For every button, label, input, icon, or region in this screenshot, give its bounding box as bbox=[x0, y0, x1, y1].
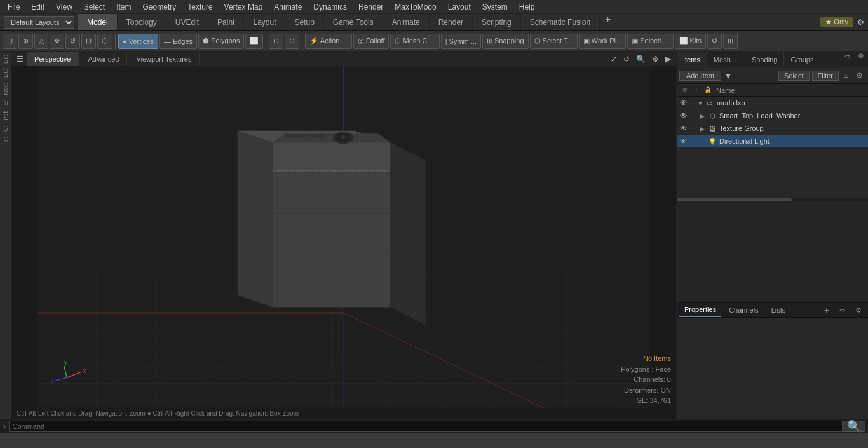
grid2-button[interactable]: ⊞ bbox=[723, 34, 738, 49]
items-dropdown-icon[interactable]: ▼ bbox=[724, 71, 733, 81]
tab-lists[interactable]: Lists bbox=[766, 303, 791, 317]
menu-maxtomodo[interactable]: MaxToModo bbox=[390, 1, 441, 13]
properties-expand-icon[interactable]: ⇔ bbox=[836, 306, 849, 315]
3d-viewport[interactable]: ☰ Perspective Advanced Viewport Textures… bbox=[11, 52, 676, 419]
viewport-settings-icon[interactable]: ⚙ bbox=[649, 55, 661, 64]
action-button[interactable]: ⚡ Action ... bbox=[305, 34, 351, 49]
tab-mesh[interactable]: Mesh ... bbox=[707, 52, 745, 67]
select-mode-button[interactable]: ⬜ bbox=[245, 34, 263, 49]
viewport-search-icon[interactable]: 🔍 bbox=[634, 55, 648, 64]
rotate2-button[interactable]: ↺ bbox=[707, 34, 722, 49]
tab-schematic[interactable]: Schematic Fusion bbox=[521, 14, 600, 30]
lp-label-mes[interactable]: Mes: bbox=[3, 80, 9, 98]
items-settings2-icon[interactable]: ⚙ bbox=[853, 71, 865, 80]
col-lock-icon[interactable]: 🔒 bbox=[702, 85, 714, 96]
item-eye-light[interactable]: 👁 bbox=[678, 137, 689, 146]
menu-view[interactable]: View bbox=[51, 1, 78, 13]
layout-grid-button[interactable]: ⊞ bbox=[3, 34, 17, 49]
menu-dynamics[interactable]: Dynamics bbox=[308, 1, 352, 13]
tab-gametools[interactable]: Game Tools bbox=[324, 14, 383, 30]
tab-viewport-textures[interactable]: Viewport Textures bbox=[128, 52, 200, 66]
item-expand-icon[interactable]: ▼ bbox=[697, 100, 705, 107]
items-more-icon[interactable]: ≡ bbox=[841, 71, 851, 80]
tab-advanced[interactable]: Advanced bbox=[80, 52, 127, 66]
col-plus-icon[interactable]: + bbox=[691, 85, 702, 96]
lp-label-de[interactable]: De: bbox=[3, 52, 9, 66]
viewport-expand-icon[interactable]: ▶ bbox=[663, 55, 674, 64]
tab-animate[interactable]: Animate bbox=[383, 14, 430, 30]
star-badge[interactable]: ★ Only bbox=[820, 17, 853, 27]
menu-item[interactable]: Item bbox=[111, 1, 136, 13]
tab-shading[interactable]: Shading bbox=[745, 52, 784, 67]
menu-edit[interactable]: Edit bbox=[26, 1, 50, 13]
tab-items[interactable]: Items bbox=[677, 52, 707, 67]
menu-vertexmap[interactable]: Vertex Map bbox=[219, 1, 268, 13]
tab-paint[interactable]: Paint bbox=[208, 14, 244, 30]
item-row-light[interactable]: 👁 💡 Directional Light bbox=[677, 135, 868, 147]
tab-channels[interactable]: Channels bbox=[724, 303, 763, 317]
lp-label-e[interactable]: E: bbox=[3, 98, 9, 109]
lp-label-pol[interactable]: Pol: bbox=[3, 108, 9, 123]
symm-button[interactable]: | Symm ... bbox=[441, 34, 481, 49]
tab-scripting[interactable]: Scripting bbox=[473, 14, 521, 30]
layout-dropdown[interactable]: Default Layouts bbox=[4, 16, 74, 29]
mesh-button[interactable]: ⬡ Mesh C ... bbox=[390, 34, 439, 49]
triangle-button[interactable]: △ bbox=[34, 34, 48, 49]
snapping-button[interactable]: ⊞ Snapping bbox=[482, 34, 529, 49]
item-row-washer[interactable]: 👁 ▶ ⬡ Smart_Top_Load_Washer bbox=[677, 109, 868, 122]
menu-select[interactable]: Select bbox=[79, 1, 110, 13]
view1-button[interactable]: ⊙ bbox=[269, 34, 283, 49]
view2-button[interactable]: ⊙ bbox=[285, 34, 299, 49]
tab-model[interactable]: Model bbox=[78, 14, 118, 30]
layout-add-button[interactable]: + bbox=[600, 14, 616, 30]
lp-label-c[interactable]: C: bbox=[3, 123, 9, 134]
tab-render[interactable]: Render bbox=[430, 14, 473, 30]
command-input[interactable] bbox=[9, 421, 843, 432]
menu-animate[interactable]: Animate bbox=[269, 1, 307, 13]
menu-geometry[interactable]: Geometry bbox=[138, 1, 182, 13]
menu-render[interactable]: Render bbox=[353, 1, 388, 13]
items-select-button[interactable]: Select bbox=[778, 71, 810, 81]
tab-topology[interactable]: Topology bbox=[118, 14, 166, 30]
falloff-button[interactable]: ◎ Falloff bbox=[353, 34, 390, 49]
menu-layout[interactable]: Layout bbox=[443, 1, 476, 13]
polygons-button[interactable]: ⬟ Polygons bbox=[198, 34, 244, 49]
menu-system[interactable]: System bbox=[477, 1, 513, 13]
menu-help[interactable]: Help bbox=[514, 1, 540, 13]
viewport-menu-icon[interactable]: ☰ bbox=[14, 53, 25, 65]
item-row-modo[interactable]: 👁 ▼ 🗂 modo.lxo bbox=[677, 97, 868, 109]
tab-setup[interactable]: Setup bbox=[285, 14, 323, 30]
scale-button[interactable]: ⊡ bbox=[81, 34, 96, 49]
viewport-refresh-icon[interactable]: ↺ bbox=[621, 55, 632, 64]
tab-properties[interactable]: Properties bbox=[679, 303, 721, 317]
center-button[interactable]: ⊕ bbox=[18, 34, 33, 49]
tab-uvedit[interactable]: UVEdit bbox=[166, 14, 208, 30]
items-collapse-icon[interactable]: ⇔ bbox=[841, 52, 854, 67]
item-row-texture[interactable]: 👁 ▶ 🖼 Texture Group bbox=[677, 122, 868, 135]
tab-layout[interactable]: Layout bbox=[244, 14, 285, 30]
lp-label-du[interactable]: Du: bbox=[3, 66, 9, 80]
tab-perspective[interactable]: Perspective bbox=[27, 52, 79, 66]
items-filter-button[interactable]: Filter bbox=[812, 71, 839, 81]
edges-button[interactable]: — Edges bbox=[159, 34, 197, 49]
command-search-button[interactable]: 🔍 bbox=[843, 421, 865, 432]
item-eye-washer[interactable]: 👁 bbox=[678, 111, 689, 120]
item-expand-washer-icon[interactable]: ▶ bbox=[700, 112, 707, 119]
items-settings-icon[interactable]: ⚙ bbox=[854, 52, 868, 67]
select-t-button[interactable]: ⬡ Select T... bbox=[530, 34, 578, 49]
properties-settings-icon[interactable]: ⚙ bbox=[851, 306, 865, 315]
tool-hex-button[interactable]: ⬡ bbox=[97, 34, 112, 49]
menu-file[interactable]: File bbox=[3, 1, 25, 13]
selecti-button[interactable]: ▣ Selecti ... bbox=[627, 34, 673, 49]
workpl-button[interactable]: ▣ Work Pl... bbox=[579, 34, 627, 49]
item-eye-modo[interactable]: 👁 bbox=[678, 98, 689, 107]
item-eye-texture[interactable]: 👁 bbox=[678, 124, 689, 133]
add-item-button[interactable]: Add Item bbox=[679, 71, 721, 81]
item-expand-texture-icon[interactable]: ▶ bbox=[700, 125, 707, 132]
col-eye-icon[interactable]: 👁 bbox=[679, 85, 691, 96]
menu-texture[interactable]: Texture bbox=[182, 1, 217, 13]
vertices-button[interactable]: ● Vertices bbox=[118, 34, 158, 49]
viewport-fullscreen-icon[interactable]: ⤢ bbox=[608, 55, 620, 64]
lp-label-f[interactable]: F: bbox=[3, 134, 9, 144]
settings-icon[interactable]: ⚙ bbox=[857, 18, 864, 27]
